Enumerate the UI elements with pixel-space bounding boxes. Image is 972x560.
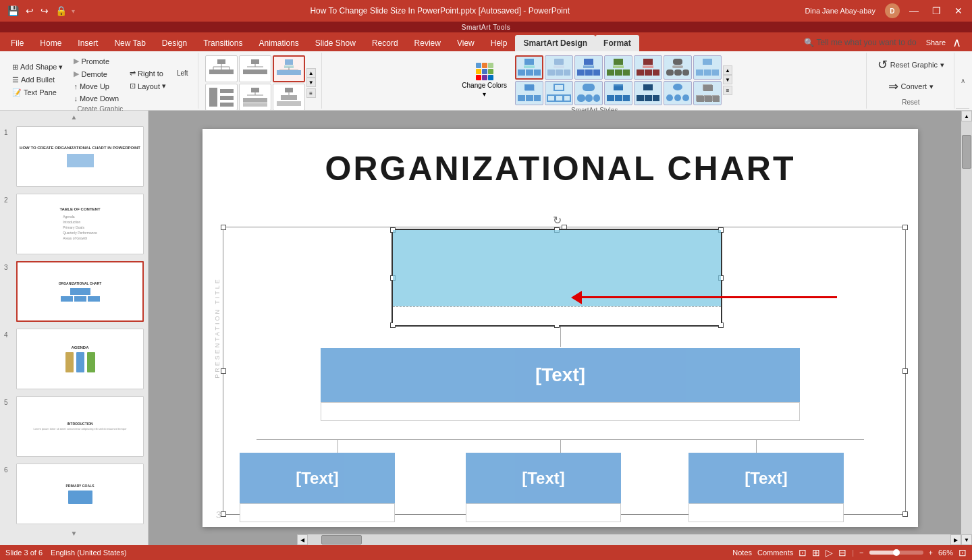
scrollbar-up-btn[interactable]: ▲ (961, 111, 972, 121)
node-middle[interactable]: [Text] (321, 348, 800, 422)
slide-thumb-1[interactable]: HOW TO CREATE ORGANIZATIONAL CHART IN PO… (16, 126, 144, 187)
tab-transitions[interactable]: Transitions (195, 35, 250, 51)
handle-tl[interactable] (221, 225, 226, 230)
minimize-button[interactable]: — (905, 4, 923, 18)
change-colors-button[interactable]: Change Colors ▾ (456, 60, 512, 101)
tab-insert[interactable]: Insert (70, 35, 106, 51)
tab-help[interactable]: Help (483, 35, 516, 51)
layout-item-4[interactable] (205, 84, 238, 111)
handle-br[interactable] (902, 511, 908, 517)
right-to-left-button[interactable]: ⇌ Right to Left (126, 67, 192, 79)
style-item-6[interactable] (664, 55, 692, 80)
node-top-text[interactable] (393, 306, 721, 325)
tab-format[interactable]: Format (595, 35, 639, 51)
handle-mr[interactable] (902, 368, 908, 374)
slide-item-3[interactable]: 3 ORGANIZATIONAL CHART (3, 260, 145, 323)
view-reading-icon[interactable]: ▷ (826, 547, 833, 558)
style-item-1[interactable] (515, 55, 543, 80)
move-up-button[interactable]: ↑ Move Up (70, 81, 123, 92)
tab-slide-show[interactable]: Slide Show (307, 35, 364, 51)
tab-animations[interactable]: Animations (250, 35, 306, 51)
style-item-7[interactable] (693, 55, 722, 80)
view-slide-sorter-icon[interactable]: ⊞ (812, 547, 820, 558)
styles-scroll-up[interactable]: ▲ (723, 65, 732, 75)
slide-item-6[interactable]: 6 PRIMARY GOALS (3, 462, 145, 526)
styles-scroll-down[interactable]: ▼ (723, 75, 732, 84)
style-item-3[interactable] (574, 55, 603, 80)
slide-item-1[interactable]: 1 HOW TO CREATE ORGANIZATIONAL CHART IN … (3, 125, 145, 188)
undo-button[interactable]: ↩ (24, 4, 36, 18)
tab-smartart-design[interactable]: SmartArt Design (515, 35, 595, 51)
tab-view[interactable]: View (449, 35, 483, 51)
scrollbar-left-btn[interactable]: ◀ (297, 534, 308, 545)
convert-button[interactable]: ⇒ Convert ▾ (884, 77, 938, 96)
view-normal-icon[interactable]: ⊡ (799, 547, 807, 558)
handle-bl[interactable] (221, 511, 226, 517)
layout-item-5[interactable] (239, 84, 271, 111)
style-item-5[interactable] (634, 55, 662, 80)
handle-tr[interactable] (902, 225, 908, 230)
redo-button[interactable]: ↪ (38, 4, 51, 18)
tab-review[interactable]: Review (406, 35, 449, 51)
text-pane-button[interactable]: 📝 Text Pane (8, 87, 67, 99)
style-item-13[interactable] (664, 81, 692, 105)
style-item-9[interactable] (545, 81, 573, 105)
collapse-ribbon-button[interactable]: ∧ (950, 34, 964, 51)
slide-thumb-5[interactable]: INTRODUCTION Lorem ipsum dolor sit amet … (16, 396, 144, 457)
scrollbar-down-btn[interactable]: ▼ (961, 534, 972, 545)
node-bottom-mid[interactable]: [Text] (466, 453, 621, 524)
promote-button[interactable]: ▶ Promote (70, 55, 123, 67)
slide-item-5[interactable]: 5 INTRODUCTION Lorem ipsum dolor sit ame… (3, 395, 145, 458)
comments-button[interactable]: Comments (757, 549, 793, 557)
style-item-2[interactable] (545, 55, 573, 80)
tab-design[interactable]: Design (154, 35, 195, 51)
layouts-expand[interactable]: ≡ (306, 88, 316, 98)
close-button[interactable]: ✕ (950, 4, 967, 18)
reset-graphic-button[interactable]: ↺ Reset Graphic ▾ (873, 55, 948, 74)
rotate-handle[interactable]: ↻ (553, 214, 562, 227)
slide-item-2[interactable]: 2 TABLE OF CONTENT AgendaIntroductionPri… (3, 192, 145, 256)
layout-item-6[interactable] (273, 84, 305, 111)
h-scrollbar-thumb[interactable] (321, 535, 362, 544)
slides-scroll-down[interactable]: ▼ (3, 530, 145, 537)
zoom-out-icon[interactable]: − (859, 549, 863, 557)
styles-expand[interactable]: ≡ (723, 86, 732, 95)
style-item-4[interactable] (604, 55, 632, 80)
move-down-button[interactable]: ↓ Move Down (70, 93, 123, 104)
tab-file[interactable]: File (3, 35, 32, 51)
style-item-11[interactable] (604, 81, 632, 105)
scrollbar-right-btn[interactable]: ▶ (950, 534, 961, 545)
scrollbar-thumb[interactable] (962, 135, 971, 169)
slide-item-4[interactable]: 4 AGENDA (3, 327, 145, 391)
demote-button[interactable]: ▶ Demote (70, 68, 123, 80)
layouts-scroll-up[interactable]: ▲ (306, 68, 316, 78)
layout-button[interactable]: ⊡ Layout ▾ (126, 80, 192, 92)
slide-thumb-4[interactable]: AGENDA (16, 329, 144, 389)
style-item-12[interactable] (634, 81, 662, 105)
zoom-in-icon[interactable]: + (929, 549, 933, 557)
layouts-scroll-down[interactable]: ▼ (306, 78, 316, 87)
style-item-8[interactable] (515, 81, 543, 105)
share-button[interactable]: Share (922, 37, 950, 48)
zoom-slider[interactable] (869, 551, 923, 555)
tell-me-button[interactable]: 🔍 Tell me what you want to do (799, 36, 922, 49)
add-shape-button[interactable]: ⊞ Add Shape ▾ (8, 61, 67, 73)
autosave-button[interactable]: 🔒 (53, 4, 69, 18)
save-button[interactable]: 💾 (5, 4, 21, 18)
slides-scroll-up[interactable]: ▲ (3, 113, 145, 121)
view-slideshow-icon[interactable]: ⊟ (838, 547, 846, 558)
layout-item-1[interactable] (205, 55, 238, 82)
zoom-thumb[interactable] (893, 549, 900, 556)
tab-record[interactable]: Record (364, 35, 406, 51)
node-bottom-right[interactable]: [Text] (688, 453, 844, 524)
layout-item-3[interactable] (273, 55, 305, 82)
node-bottom-left[interactable]: [Text] (240, 453, 395, 524)
style-item-14[interactable] (693, 81, 722, 105)
slide-thumb-2[interactable]: TABLE OF CONTENT AgendaIntroductionPrima… (16, 194, 144, 254)
slide-thumb-6[interactable]: PRIMARY GOALS (16, 464, 144, 524)
tab-new-tab[interactable]: New Tab (106, 35, 153, 51)
slide-thumb-3[interactable]: ORGANIZATIONAL CHART (16, 261, 144, 322)
restore-button[interactable]: ❐ (928, 4, 945, 18)
add-bullet-button[interactable]: ☰ Add Bullet (8, 74, 67, 86)
tab-home[interactable]: Home (32, 35, 70, 51)
